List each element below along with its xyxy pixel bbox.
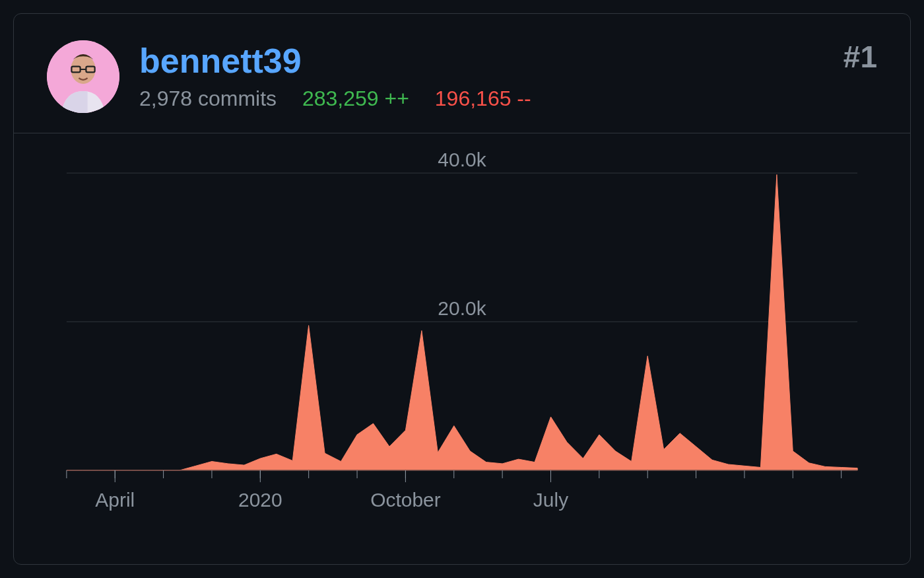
avatar-illustration [47, 40, 119, 113]
rank-badge: #1 [843, 39, 877, 75]
additions-count: 283,259 ++ [302, 87, 409, 110]
svg-text:July: July [533, 489, 568, 511]
user-block: bennett39 2,978 commits 283,259 ++ 196,1… [139, 42, 551, 111]
commit-count: 2,978 commits [139, 87, 277, 110]
commit-activity-chart: 20.0k40.0kApril2020OctoberJuly [14, 133, 910, 556]
svg-text:2020: 2020 [238, 489, 282, 511]
stats-line: 2,978 commits 283,259 ++ 196,165 -- [139, 87, 551, 111]
svg-text:20.0k: 20.0k [438, 297, 486, 319]
avatar[interactable] [47, 40, 119, 113]
svg-text:April: April [95, 489, 135, 511]
svg-text:October: October [370, 489, 441, 511]
chart-svg: 20.0k40.0kApril2020OctoberJuly [14, 133, 910, 556]
deletions-count: 196,165 -- [435, 87, 531, 110]
card-header: bennett39 2,978 commits 283,259 ++ 196,1… [14, 14, 910, 133]
svg-text:40.0k: 40.0k [438, 149, 486, 170]
contributor-card: bennett39 2,978 commits 283,259 ++ 196,1… [13, 13, 911, 565]
username-link[interactable]: bennett39 [139, 42, 551, 80]
